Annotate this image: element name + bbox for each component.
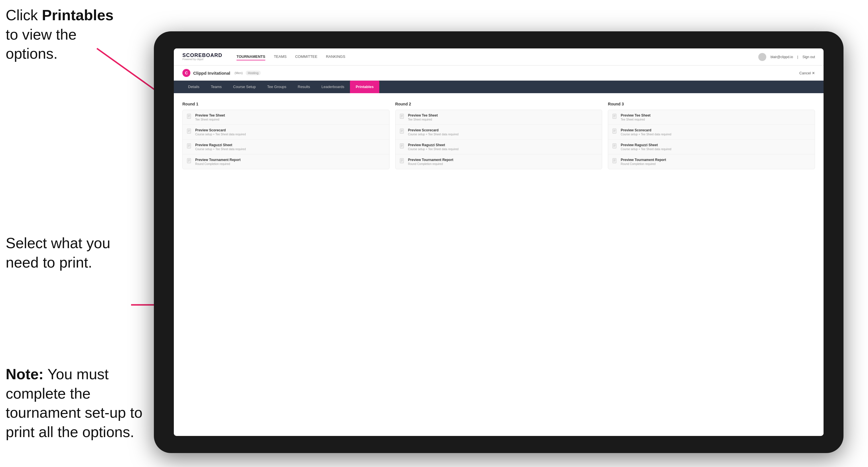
nav-teams[interactable]: TEAMS xyxy=(274,53,287,60)
doc-icon xyxy=(612,128,618,135)
doc-icon xyxy=(187,128,192,135)
nav-rankings[interactable]: RANKINGS xyxy=(326,53,345,60)
tournament-header: C Clippd Invitational (Men) Hosting Canc… xyxy=(174,65,824,81)
tournament-badge: (Men) xyxy=(235,71,243,75)
svg-rect-42 xyxy=(613,144,616,149)
annotation-bottom-bold: Note: xyxy=(6,366,43,382)
doc-icon xyxy=(187,158,192,164)
print-item-text-2-4: Preview Tournament ReportRound Completio… xyxy=(408,158,454,165)
nav-links: TOURNAMENTS TEAMS COMMITTEE RANKINGS xyxy=(237,53,345,60)
nav-left: SCOREBOARD Powered by clippd TOURNAMENTS… xyxy=(182,53,345,61)
tab-teams[interactable]: Teams xyxy=(205,81,227,93)
print-item-text-2-3: Preview Raguzzi SheetCourse setup + Tee … xyxy=(408,143,459,151)
print-item-subtitle-1-4: Round Completion required xyxy=(195,162,241,165)
nav-committee[interactable]: COMMITTEE xyxy=(295,53,317,60)
svg-rect-14 xyxy=(187,158,191,163)
print-item-text-3-4: Preview Tournament ReportRound Completio… xyxy=(621,158,666,165)
logo-powered: Powered by clippd xyxy=(182,58,222,61)
tab-course-setup[interactable]: Course Setup xyxy=(227,81,261,93)
tab-leaderboards[interactable]: Leaderboards xyxy=(316,81,350,93)
round-column-3: Round 3 Preview Tee SheetTee Sheet requi… xyxy=(608,102,815,169)
print-item-title-1-3: Preview Raguzzi Sheet xyxy=(195,143,246,147)
annotation-middle: Select what you need to print. xyxy=(6,234,125,272)
print-item-title-1-4: Preview Tournament Report xyxy=(195,158,241,162)
round-title-2: Round 2 xyxy=(395,102,602,106)
print-item-title-2-3: Preview Raguzzi Sheet xyxy=(408,143,459,147)
clippd-logo: C xyxy=(182,69,190,77)
cancel-button[interactable]: Cancel ✕ xyxy=(799,71,815,75)
svg-rect-2 xyxy=(187,114,191,119)
logo-area: SCOREBOARD Powered by clippd xyxy=(182,53,222,61)
print-item-text-1-1: Preview Tee SheetTee Sheet required xyxy=(195,114,225,121)
print-item-2-1[interactable]: Preview Tee SheetTee Sheet required xyxy=(396,110,602,125)
tournament-title-area: C Clippd Invitational (Men) Hosting xyxy=(182,69,261,77)
print-item-title-2-4: Preview Tournament Report xyxy=(408,158,454,162)
print-item-3-1[interactable]: Preview Tee SheetTee Sheet required xyxy=(608,110,815,125)
print-item-1-2[interactable]: Preview ScorecardCourse setup + Tee Shee… xyxy=(183,125,389,139)
print-item-text-1-2: Preview ScorecardCourse setup + Tee Shee… xyxy=(195,128,246,136)
print-item-text-3-2: Preview ScorecardCourse setup + Tee Shee… xyxy=(621,128,671,136)
tablet-screen: SCOREBOARD Powered by clippd TOURNAMENTS… xyxy=(174,49,824,436)
round-card-2: Preview Tee SheetTee Sheet required Prev… xyxy=(395,110,602,169)
tab-printables[interactable]: Printables xyxy=(350,81,379,93)
tournament-name: Clippd Invitational xyxy=(193,71,230,75)
print-item-title-3-1: Preview Tee Sheet xyxy=(621,114,651,117)
doc-icon xyxy=(187,143,192,150)
avatar xyxy=(758,53,766,61)
print-item-subtitle-2-4: Round Completion required xyxy=(408,162,454,165)
print-item-2-3[interactable]: Preview Raguzzi SheetCourse setup + Tee … xyxy=(396,139,602,154)
annotation-middle-text: Select what you need to print. xyxy=(6,235,110,271)
print-item-2-4[interactable]: Preview Tournament ReportRound Completio… xyxy=(396,154,602,169)
print-item-subtitle-3-3: Course setup + Tee Sheet data required xyxy=(621,148,671,151)
print-item-text-1-4: Preview Tournament ReportRound Completio… xyxy=(195,158,241,165)
doc-icon xyxy=(612,143,618,150)
svg-rect-30 xyxy=(400,158,404,163)
round-column-2: Round 2 Preview Tee SheetTee Sheet requi… xyxy=(395,102,602,169)
annotation-top-text2: to view the options. xyxy=(6,26,76,62)
print-item-text-2-1: Preview Tee SheetTee Sheet required xyxy=(408,114,438,121)
print-item-2-2[interactable]: Preview ScorecardCourse setup + Tee Shee… xyxy=(396,125,602,139)
print-item-text-3-3: Preview Raguzzi SheetCourse setup + Tee … xyxy=(621,143,671,151)
doc-icon xyxy=(400,143,405,150)
print-item-1-1[interactable]: Preview Tee SheetTee Sheet required xyxy=(183,110,389,125)
print-item-subtitle-1-2: Course setup + Tee Sheet data required xyxy=(195,133,246,136)
logo-scoreboard: SCOREBOARD xyxy=(182,53,222,58)
print-item-3-3[interactable]: Preview Raguzzi SheetCourse setup + Tee … xyxy=(608,139,815,154)
svg-rect-34 xyxy=(613,114,616,119)
print-item-title-2-2: Preview Scorecard xyxy=(408,128,459,132)
svg-rect-18 xyxy=(400,114,404,119)
annotation-bottom: Note: You must complete the tournament s… xyxy=(6,365,143,442)
svg-rect-46 xyxy=(613,158,616,163)
svg-rect-38 xyxy=(613,129,616,134)
print-item-title-3-4: Preview Tournament Report xyxy=(621,158,666,162)
doc-icon xyxy=(400,114,405,120)
tab-tee-groups[interactable]: Tee Groups xyxy=(261,81,292,93)
print-item-subtitle-3-4: Round Completion required xyxy=(621,162,666,165)
print-item-title-3-2: Preview Scorecard xyxy=(621,128,671,132)
round-title-3: Round 3 xyxy=(608,102,815,106)
hosting-badge: Hosting xyxy=(246,71,261,75)
separator: | xyxy=(797,55,798,59)
sub-nav: Details Teams Course Setup Tee Groups Re… xyxy=(174,81,824,93)
tab-details[interactable]: Details xyxy=(182,81,205,93)
print-item-subtitle-3-1: Tee Sheet required xyxy=(621,118,651,121)
print-item-text-2-2: Preview ScorecardCourse setup + Tee Shee… xyxy=(408,128,459,136)
main-content: Round 1 Preview Tee SheetTee Sheet requi… xyxy=(174,93,824,436)
print-item-subtitle-2-3: Course setup + Tee Sheet data required xyxy=(408,148,459,151)
top-nav: SCOREBOARD Powered by clippd TOURNAMENTS… xyxy=(174,49,824,65)
doc-icon xyxy=(187,114,192,120)
print-item-subtitle-2-2: Course setup + Tee Sheet data required xyxy=(408,133,459,136)
nav-right: blair@clippd.io | Sign out xyxy=(758,53,815,61)
sign-out-link[interactable]: Sign out xyxy=(802,55,815,59)
print-item-1-4[interactable]: Preview Tournament ReportRound Completio… xyxy=(183,154,389,169)
print-item-1-3[interactable]: Preview Raguzzi SheetCourse setup + Tee … xyxy=(183,139,389,154)
annotation-top-bold: Printables xyxy=(42,7,114,23)
tablet-frame: SCOREBOARD Powered by clippd TOURNAMENTS… xyxy=(154,31,843,453)
print-item-3-4[interactable]: Preview Tournament ReportRound Completio… xyxy=(608,154,815,169)
nav-tournaments[interactable]: TOURNAMENTS xyxy=(237,53,265,60)
doc-icon xyxy=(612,114,618,120)
print-item-title-2-1: Preview Tee Sheet xyxy=(408,114,438,117)
print-item-3-2[interactable]: Preview ScorecardCourse setup + Tee Shee… xyxy=(608,125,815,139)
user-email: blair@clippd.io xyxy=(771,55,793,59)
tab-results[interactable]: Results xyxy=(292,81,316,93)
